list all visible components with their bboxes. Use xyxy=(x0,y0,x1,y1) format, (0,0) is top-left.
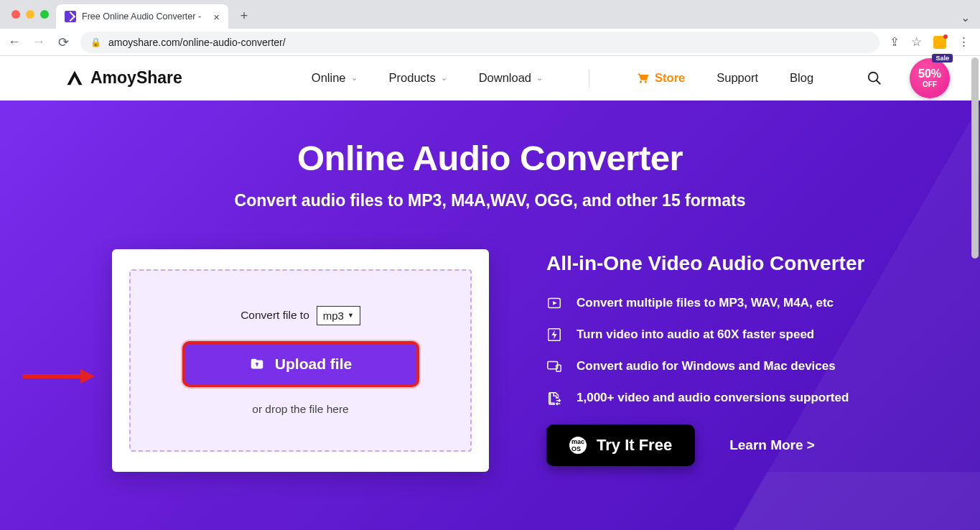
maximize-window-icon[interactable] xyxy=(40,10,49,19)
nav-download[interactable]: Download⌄ xyxy=(479,71,543,85)
sale-badge[interactable]: Sale 50% OFF xyxy=(910,58,950,98)
svg-marker-5 xyxy=(553,301,557,305)
search-icon[interactable] xyxy=(867,70,882,86)
svg-marker-3 xyxy=(80,369,95,383)
devices-icon xyxy=(546,358,562,374)
upload-button[interactable]: Upload file xyxy=(182,341,419,387)
bookmark-icon[interactable]: ☆ xyxy=(911,34,922,50)
new-tab-button[interactable]: + xyxy=(234,6,254,26)
brand-logo[interactable]: AmoyShare xyxy=(65,68,182,88)
upload-button-label: Upload file xyxy=(275,355,352,373)
drop-hint: or drop the file here xyxy=(252,403,348,416)
feature-text: Convert audio for Windows and Mac device… xyxy=(577,359,836,373)
drop-zone[interactable]: Convert file to mp3 ▼ Upload file or dro… xyxy=(129,269,472,452)
upload-icon xyxy=(249,356,265,372)
convert-label: Convert file to xyxy=(241,309,309,322)
url-text: amoyshare.com/online-audio-converter/ xyxy=(108,37,286,48)
back-button[interactable]: ← xyxy=(7,34,22,50)
chevron-down-icon: ⌄ xyxy=(441,73,447,83)
feature-text: Turn video into audio at 60X faster spee… xyxy=(577,327,814,342)
divider xyxy=(589,69,589,88)
bolt-icon xyxy=(546,327,562,343)
feature-item: 1,000+ video and audio conversions suppo… xyxy=(546,390,864,406)
browser-tab[interactable]: Free Online Audio Converter - × xyxy=(56,4,228,29)
nav-label: Products xyxy=(389,71,436,85)
minimize-window-icon[interactable] xyxy=(26,10,34,19)
nav-label: Support xyxy=(717,71,758,85)
macos-icon: macOS xyxy=(569,437,587,454)
convert-icon xyxy=(546,390,562,406)
nav-online[interactable]: Online⌄ xyxy=(312,71,358,85)
convert-row: Convert file to mp3 ▼ xyxy=(241,306,360,325)
format-select[interactable]: mp3 ▼ xyxy=(317,306,360,325)
try-free-button[interactable]: macOS Try It Free xyxy=(546,424,695,466)
chevron-down-icon: ⌄ xyxy=(536,73,543,83)
page-subtitle: Convert audio files to MP3, M4A,WAV, OGG… xyxy=(0,191,980,210)
promo-column: All-in-One Video Audio Converter Convert… xyxy=(546,249,864,472)
nav-support[interactable]: Support xyxy=(717,71,758,85)
sale-percent: 50% xyxy=(918,68,941,80)
tabs-overflow-icon[interactable]: ⌄ xyxy=(961,11,980,29)
format-value: mp3 xyxy=(323,310,344,322)
feature-item: Turn video into audio at 60X faster spee… xyxy=(546,327,864,343)
nav-label: Store xyxy=(655,71,685,85)
share-icon[interactable]: ⇪ xyxy=(890,34,900,50)
nav-products[interactable]: Products⌄ xyxy=(389,71,447,85)
reload-button[interactable]: ⟳ xyxy=(56,34,70,50)
svg-line-1 xyxy=(877,80,881,84)
nav-label: Online xyxy=(312,71,346,85)
scrollbar[interactable] xyxy=(971,57,979,259)
page-title: Online Audio Converter xyxy=(0,138,980,178)
browser-menu-icon[interactable]: ⋮ xyxy=(958,34,970,50)
chevron-down-icon: ⌄ xyxy=(351,73,358,83)
brand-name: AmoyShare xyxy=(90,68,182,88)
nav-label: Download xyxy=(479,71,531,85)
svg-point-0 xyxy=(869,72,878,81)
caret-down-icon: ▼ xyxy=(347,312,354,319)
promo-title: All-in-One Video Audio Converter xyxy=(546,252,864,275)
feature-item: Convert multiple files to MP3, WAV, M4A,… xyxy=(546,295,864,311)
learn-more-link[interactable]: Learn More > xyxy=(729,437,815,453)
forward-button[interactable]: → xyxy=(32,34,46,50)
tab-close-icon[interactable]: × xyxy=(213,11,220,23)
sale-tag: Sale xyxy=(932,54,953,62)
extension-icon[interactable] xyxy=(933,36,946,49)
browser-chrome: Free Online Audio Converter - × + ⌄ ← → … xyxy=(0,0,980,56)
tab-title: Free Online Audio Converter - xyxy=(82,11,201,22)
hero-section: Online Audio Converter Convert audio fil… xyxy=(0,101,980,530)
cart-icon xyxy=(635,71,650,85)
nav-store[interactable]: Store xyxy=(635,71,685,85)
logo-icon xyxy=(65,68,85,88)
site-header: AmoyShare Online⌄ Products⌄ Download⌄ St… xyxy=(0,56,980,101)
address-bar[interactable]: 🔒 amoyshare.com/online-audio-converter/ xyxy=(80,32,879,53)
window-controls[interactable] xyxy=(7,0,56,29)
feature-item: Convert audio for Windows and Mac device… xyxy=(546,358,864,374)
close-window-icon[interactable] xyxy=(11,10,20,19)
feature-text: 1,000+ video and audio conversions suppo… xyxy=(577,391,849,405)
feature-text: Convert multiple files to MP3, WAV, M4A,… xyxy=(577,296,834,310)
favicon-icon xyxy=(65,11,76,22)
upload-card: Convert file to mp3 ▼ Upload file or dro… xyxy=(112,249,489,472)
lock-icon: 🔒 xyxy=(90,37,101,47)
nav-blog[interactable]: Blog xyxy=(790,71,813,85)
video-icon xyxy=(546,295,562,311)
sale-off: OFF xyxy=(923,80,937,88)
try-free-label: Try It Free xyxy=(597,436,672,455)
annotation-arrow xyxy=(23,368,95,387)
nav-label: Blog xyxy=(790,71,813,85)
